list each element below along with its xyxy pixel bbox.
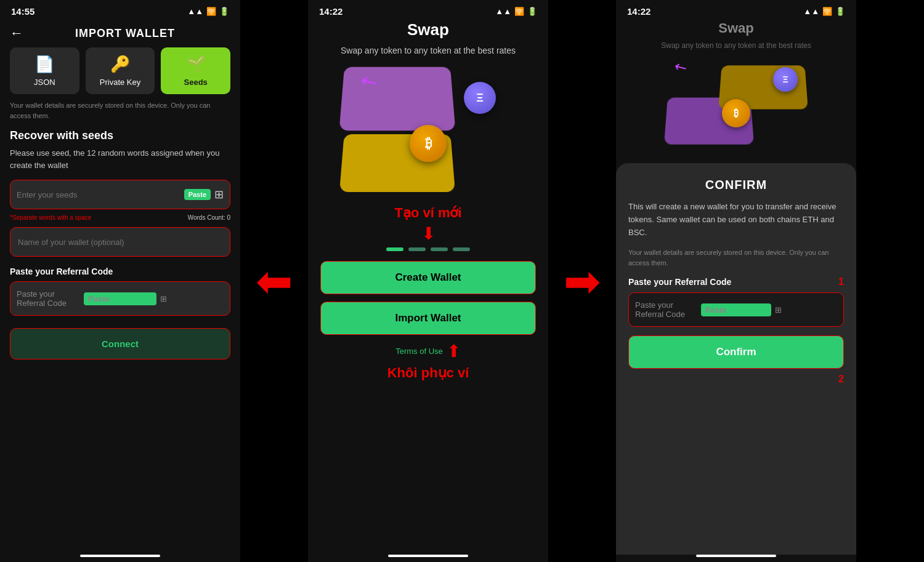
arrow-left-container: ⬅ xyxy=(240,0,308,562)
status-icons-3: ▲▲ 🛜 🔋 xyxy=(803,7,845,16)
time-1: 14:55 xyxy=(11,6,34,17)
wifi-icon: 🛜 xyxy=(206,7,216,16)
wifi-icon-2: 🛜 xyxy=(514,7,524,16)
tab-json-label: JSON xyxy=(34,78,55,87)
coin-btc: ₿ xyxy=(410,125,447,162)
confirm-sheet: CONFIRM This will create a new wallet fo… xyxy=(616,163,856,555)
confirm-paste-button[interactable]: Paste xyxy=(701,303,772,316)
confirm-ref-placeholder: Paste your Referral Code xyxy=(635,300,697,319)
panel-confirm: 14:22 ▲▲ 🛜 🔋 Swap Swap any token to any … xyxy=(616,0,856,562)
signal-icon: ▲▲ xyxy=(187,7,203,16)
swap-body: Swap Swap any token to any token at the … xyxy=(308,20,548,555)
arrow-left-icon: ⬅ xyxy=(256,259,293,303)
confirm-num-1: 1 xyxy=(838,276,844,287)
battery-icon-2: 🔋 xyxy=(527,7,537,16)
confirm-button[interactable]: Confirm xyxy=(628,335,844,369)
dot-2 xyxy=(408,247,426,251)
terms-link[interactable]: Terms of Use xyxy=(395,347,443,356)
status-bar-2: 14:22 ▲▲ 🛜 🔋 xyxy=(308,0,548,20)
dot-4 xyxy=(453,247,470,251)
khoi-phuc-label: Khôi phục ví xyxy=(387,365,469,381)
status-bar-3: 14:22 ▲▲ 🛜 🔋 xyxy=(616,0,856,20)
import-wallet-button[interactable]: Import Wallet xyxy=(320,302,536,335)
dot-3 xyxy=(431,247,448,251)
time-3: 14:22 xyxy=(627,6,650,17)
words-count: Words Count: 0 xyxy=(188,214,230,221)
create-wallet-button[interactable]: Create Wallet xyxy=(320,261,536,294)
confirm-ref-input-box: Paste your Referral Code Paste ⊞ xyxy=(628,292,844,327)
battery-icon: 🔋 xyxy=(219,7,229,16)
seeds-icon: 🌱 xyxy=(186,55,206,74)
pagination-dots xyxy=(386,247,470,251)
status-icons-1: ▲▲ 🛜 🔋 xyxy=(187,7,229,16)
arrow-right-container: ➡ xyxy=(548,0,616,562)
seeds-meta: *Separate words with a space Words Count… xyxy=(0,213,240,227)
confirm-ref-label: Paste your Referral Code xyxy=(628,277,731,287)
confirm-desc: This will create a new wallet for you to… xyxy=(628,201,844,239)
coin-eth: Ξ xyxy=(464,82,496,114)
seeds-qr-icon[interactable]: ⊞ xyxy=(214,188,224,201)
tab-seeds-label: Seeds xyxy=(184,78,208,87)
ref-placeholder-text: Paste your Referral Code xyxy=(17,289,80,308)
seeds-input-box: Paste ⊞ xyxy=(10,180,230,209)
swap-illus-small: ₿ Ξ ↖ xyxy=(662,55,810,153)
home-indicator-1 xyxy=(80,555,160,557)
time-2: 14:22 xyxy=(319,6,342,17)
confirm-qr-icon[interactable]: ⊞ xyxy=(775,305,837,315)
arrow-down-tao: ⬇ xyxy=(421,223,436,244)
p3-top-content: Swap Swap any token to any token at the … xyxy=(616,20,856,157)
signal-icon-3: ▲▲ xyxy=(803,7,819,16)
p3-swap-desc: Swap any token to any token at the best … xyxy=(616,40,856,51)
tab-private-key[interactable]: 🔑 Private Key xyxy=(86,47,155,94)
panel-import-wallet: 14:55 ▲▲ 🛜 🔋 ← IMPORT WALLET 📄 JSON 🔑 Pr… xyxy=(0,0,240,562)
status-icons-2: ▲▲ 🛜 🔋 xyxy=(495,7,537,16)
home-indicator-2 xyxy=(388,555,468,557)
ref-input-box: Paste your Referral Code Paste ⊞ xyxy=(10,281,230,316)
tao-vi-label: Tạo ví mới xyxy=(394,205,461,221)
key-icon: 🔑 xyxy=(110,55,130,74)
wallet-name-input[interactable] xyxy=(18,238,222,247)
json-icon: 📄 xyxy=(34,55,54,74)
swap-desc: Swap any token to any token at the best … xyxy=(341,44,516,57)
page-title: IMPORT WALLET xyxy=(33,27,217,40)
import-header: ← IMPORT WALLET xyxy=(0,20,240,47)
panel-swap: 14:22 ▲▲ 🛜 🔋 Swap Swap any token to any … xyxy=(308,0,548,562)
connect-button[interactable]: Connect xyxy=(10,328,230,359)
confirm-num-2: 2 xyxy=(628,374,844,385)
status-bar-1: 14:55 ▲▲ 🛜 🔋 xyxy=(0,0,240,20)
confirm-stored-text: Your wallet details are securely stored … xyxy=(628,247,844,268)
back-button[interactable]: ← xyxy=(10,25,23,41)
arrow-right-icon: ➡ xyxy=(564,259,601,303)
terms-row: Terms of Use ⬆ xyxy=(395,341,461,361)
arrow-up-khoi: ⬆ xyxy=(447,341,461,361)
seeds-input[interactable] xyxy=(17,190,180,199)
signal-icon-2: ▲▲ xyxy=(495,7,511,16)
ref-qr-icon[interactable]: ⊞ xyxy=(160,294,224,303)
home-indicator-3 xyxy=(696,555,776,557)
ref-label: Paste your Referral Code xyxy=(0,267,240,281)
swap-title: Swap xyxy=(407,20,449,39)
wallet-name-box xyxy=(10,227,230,257)
tab-row: 📄 JSON 🔑 Private Key 🌱 Seeds xyxy=(0,47,240,100)
sc-arrow: ↖ xyxy=(671,57,690,78)
p3-swap-title: Swap xyxy=(616,20,856,36)
tab-json[interactable]: 📄 JSON xyxy=(10,47,79,94)
tab-seeds[interactable]: 🌱 Seeds xyxy=(161,47,230,94)
ref-paste-button[interactable]: Paste xyxy=(84,292,156,305)
wallet-info-text: Your wallet details are securely stored … xyxy=(0,100,240,129)
sc-coin-btc: ₿ xyxy=(722,99,750,127)
recover-title: Recover with seeds xyxy=(0,129,240,147)
wifi-icon-3: 🛜 xyxy=(822,7,832,16)
tab-key-label: Private Key xyxy=(100,78,140,87)
recover-desc: Please use seed, the 12 random words ass… xyxy=(0,147,240,180)
confirm-ref-row: Paste your Referral Code 1 xyxy=(628,276,844,287)
seeds-hint-left: *Separate words with a space xyxy=(10,214,91,221)
confirm-title: CONFIRM xyxy=(628,178,844,192)
seeds-paste-button[interactable]: Paste xyxy=(184,189,211,200)
sc-coin-eth: Ξ xyxy=(773,67,798,92)
swap-illustration: ₿ Ξ ↖ xyxy=(342,63,514,199)
battery-icon-3: 🔋 xyxy=(835,7,845,16)
dot-1 xyxy=(386,247,403,251)
